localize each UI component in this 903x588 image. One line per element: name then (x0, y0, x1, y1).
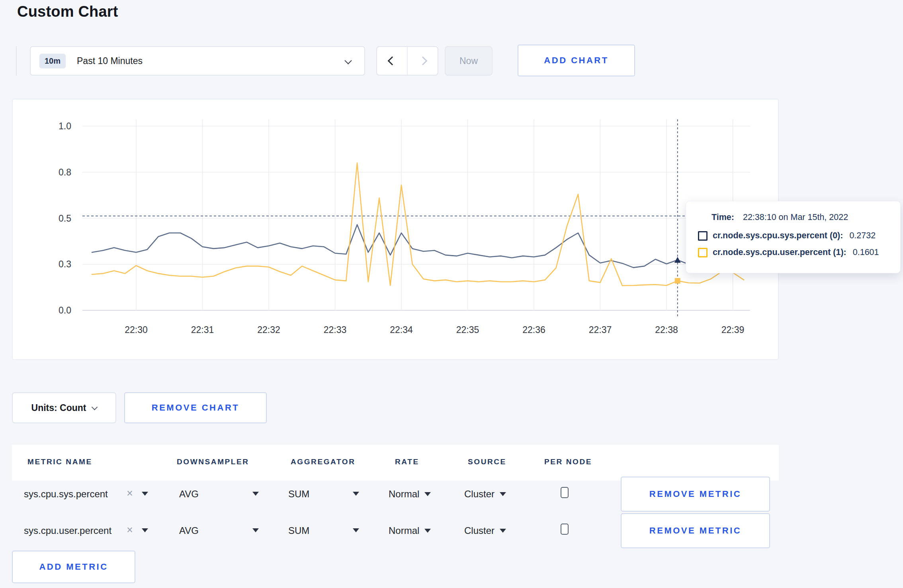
units-label: Units: Count (31, 403, 86, 413)
chart-line-series-0 (92, 225, 744, 268)
metric-name-value[interactable]: sys.cpu.sys.percent (24, 489, 108, 500)
downsampler-caret-icon[interactable] (252, 528, 259, 532)
hover-marker-series-1 (675, 278, 680, 284)
column-header-aggregator: AGGREGATOR (291, 458, 356, 466)
chevron-down-icon (344, 57, 352, 64)
rate-value: Normal (389, 489, 419, 500)
tooltip-time-row: Time: 22:38:10 on Mar 15th, 2022 (711, 212, 888, 222)
metrics-table-header: METRIC NAME DOWNSAMPLER AGGREGATOR RATE … (12, 445, 779, 481)
clear-metric-icon[interactable]: × (127, 525, 133, 535)
y-axis-tick-label: 0.3 (59, 259, 71, 269)
custom-chart-page: Custom Chart 10m Past 10 Minutes Now ADD… (0, 0, 903, 588)
time-prev-button[interactable] (377, 47, 408, 75)
chevron-right-icon (418, 56, 427, 66)
chart-hover-tooltip: Time: 22:38:10 on Mar 15th, 2022 cr.node… (686, 201, 901, 273)
chevron-down-icon (92, 404, 98, 410)
source-caret-icon (500, 529, 506, 533)
source-value: Cluster (464, 489, 494, 500)
tooltip-time-label: Time: (711, 212, 734, 222)
column-header-rate: RATE (395, 458, 419, 466)
downsampler-select[interactable]: AVG (179, 525, 199, 536)
time-next-button[interactable] (408, 47, 438, 75)
hover-marker-series-0 (674, 257, 681, 263)
rate-caret-icon (424, 529, 431, 533)
x-axis-tick-label: 22:39 (721, 325, 745, 335)
source-value: Cluster (464, 525, 494, 536)
downsampler-select[interactable]: AVG (179, 489, 199, 500)
metric-dropdown-caret-icon[interactable] (142, 528, 148, 532)
y-axis-tick-label: 0.0 (59, 305, 71, 315)
time-range-dropdown[interactable]: 10m Past 10 Minutes (30, 46, 365, 76)
aggregator-select[interactable]: SUM (288, 525, 309, 536)
x-axis-tick-label: 22:38 (655, 325, 678, 335)
x-axis-tick-label: 22:37 (589, 325, 612, 335)
y-axis-tick-label: 1.0 (59, 121, 71, 131)
time-range-label: Past 10 Minutes (77, 56, 143, 66)
chart-plot-area[interactable]: 0.00.30.50.81.022:3022:3122:3222:3322:34… (13, 99, 780, 361)
tooltip-series-name: cr.node.sys.cpu.user.percent (1): (713, 247, 846, 257)
aggregator-caret-icon[interactable] (353, 492, 359, 496)
add-chart-button[interactable]: ADD CHART (518, 45, 635, 76)
add-metric-button[interactable]: ADD METRIC (12, 551, 135, 583)
tooltip-series-name: cr.node.sys.cpu.sys.percent (0): (713, 231, 843, 241)
y-axis-tick-label: 0.5 (59, 213, 71, 224)
chart-card: 0.00.30.50.81.022:3022:3122:3222:3322:34… (12, 99, 779, 360)
metric-name-value[interactable]: sys.cpu.user.percent (24, 525, 111, 536)
rate-value: Normal (389, 525, 419, 536)
remove-metric-button[interactable]: REMOVE METRIC (621, 477, 770, 512)
column-header-per-node: PER NODE (544, 458, 592, 466)
now-button[interactable]: Now (445, 46, 493, 76)
remove-chart-button[interactable]: REMOVE CHART (124, 392, 267, 423)
x-axis-tick-label: 22:36 (522, 325, 545, 335)
per-node-checkbox[interactable] (561, 487, 569, 498)
units-dropdown[interactable]: Units: Count (12, 392, 116, 423)
x-axis-tick-label: 22:35 (456, 325, 479, 335)
clear-metric-icon[interactable]: × (127, 488, 133, 499)
tooltip-series-value: 0.2732 (849, 231, 876, 241)
source-select[interactable]: Cluster (464, 525, 506, 536)
tooltip-series-value: 0.1601 (853, 247, 879, 257)
time-range-badge: 10m (39, 54, 66, 68)
metric-dropdown-caret-icon[interactable] (142, 492, 148, 496)
chart-line-series-1 (92, 163, 744, 286)
toolbar-left-divider (16, 46, 17, 76)
column-header-metric-name: METRIC NAME (27, 458, 92, 466)
aggregator-caret-icon[interactable] (353, 528, 359, 532)
source-select[interactable]: Cluster (464, 489, 506, 500)
chevron-left-icon (387, 56, 397, 66)
tooltip-series-row: cr.node.sys.cpu.sys.percent (0): 0.2732 (698, 231, 888, 241)
aggregator-select[interactable]: SUM (288, 489, 309, 500)
x-axis-tick-label: 22:33 (324, 325, 347, 335)
rate-select[interactable]: Normal (389, 525, 431, 536)
source-caret-icon (500, 492, 506, 496)
tooltip-time-value: 22:38:10 on Mar 15th, 2022 (743, 212, 848, 222)
y-axis-tick-label: 0.8 (59, 167, 71, 177)
series-swatch-icon (698, 248, 708, 257)
page-title: Custom Chart (17, 3, 118, 20)
downsampler-caret-icon[interactable] (252, 492, 259, 496)
remove-metric-button[interactable]: REMOVE METRIC (621, 513, 770, 548)
time-nav-group (376, 46, 438, 76)
column-header-downsampler: DOWNSAMPLER (177, 458, 249, 466)
rate-select[interactable]: Normal (389, 489, 431, 500)
x-axis-tick-label: 22:30 (125, 325, 148, 335)
per-node-checkbox[interactable] (561, 524, 569, 535)
x-axis-tick-label: 22:34 (390, 325, 413, 335)
column-header-source: SOURCE (468, 458, 506, 466)
tooltip-series-row: cr.node.sys.cpu.user.percent (1): 0.1601 (698, 247, 888, 257)
rate-caret-icon (424, 492, 431, 496)
x-axis-tick-label: 22:31 (191, 325, 214, 335)
x-axis-tick-label: 22:32 (257, 325, 280, 335)
series-swatch-icon (698, 231, 708, 241)
